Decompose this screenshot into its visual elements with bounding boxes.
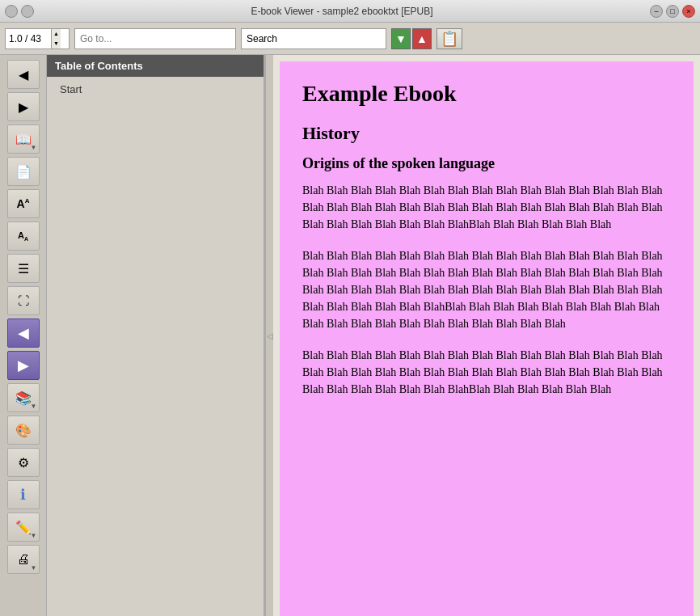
reference-button[interactable]: 📚 ▼: [7, 383, 40, 412]
paragraph-1: Blah Blah Blah Blah Blah Blah Blah Blah …: [302, 182, 671, 233]
copy-button[interactable]: 📄: [7, 157, 40, 186]
forward-icon: ▶: [19, 99, 28, 115]
print-icon: 🖨: [17, 552, 30, 567]
reference-icon: 📚: [15, 390, 32, 406]
layout-icon: ☰: [18, 261, 29, 276]
titlebar: E-book Viewer - sample2 ebooktxt [EPUB] …: [0, 0, 700, 23]
win-btn-2[interactable]: [21, 5, 34, 18]
collapse-handle[interactable]: ◁: [265, 55, 273, 616]
print-button[interactable]: 🖨 ▼: [7, 545, 40, 574]
history-forward-button[interactable]: ▶: [7, 351, 40, 380]
toc-header: Table of Contents: [47, 55, 264, 77]
close-btn[interactable]: ×: [682, 5, 695, 18]
paragraph-3: Blah Blah Blah Blah Blah Blah Blah Blah …: [302, 347, 671, 398]
brush-dropdown-icon: ▼: [31, 532, 37, 539]
history-back-button[interactable]: ◀: [7, 319, 40, 348]
toc-toggle-button[interactable]: 📋: [436, 28, 462, 49]
window-controls-right[interactable]: – □ ×: [650, 5, 695, 18]
layout-button[interactable]: ☰: [7, 254, 40, 283]
font-increase-icon: AA: [17, 197, 30, 210]
main-area: ◀ ▶ 📖 ▼ 📄 AA AA ☰ ⛶ ◀ ▶ 📚: [0, 55, 700, 616]
search-prev-button[interactable]: ▲: [412, 28, 432, 49]
content-area: Example Ebook History Origins of the spo…: [273, 55, 700, 616]
history-forward-icon: ▶: [18, 357, 29, 374]
book-section: Origins of the spoken language: [302, 155, 671, 172]
toc-item-start[interactable]: Start: [47, 80, 264, 99]
page-spinner[interactable]: ▲ ▼: [5, 28, 70, 49]
info-icon: ℹ: [20, 486, 26, 504]
minimize-btn[interactable]: –: [650, 5, 663, 18]
left-toolbar: ◀ ▶ 📖 ▼ 📄 AA AA ☰ ⛶ ◀ ▶ 📚: [0, 55, 47, 616]
maximize-btn[interactable]: □: [666, 5, 679, 18]
paragraph-2: Blah Blah Blah Blah Blah Blah Blah Blah …: [302, 247, 671, 332]
page-input[interactable]: [6, 29, 51, 49]
spin-up[interactable]: ▲: [52, 29, 61, 39]
palette-button[interactable]: 🎨: [7, 416, 40, 445]
collapse-icon: ◁: [267, 331, 273, 340]
title-text: E-book Viewer - sample2 ebooktxt [EPUB]: [34, 6, 650, 17]
palette-icon: 🎨: [15, 423, 32, 438]
toolbar: ▲ ▼ ▼ ▲ 📋: [0, 23, 700, 55]
book-title: Example Ebook: [302, 81, 671, 107]
fullscreen-button[interactable]: ⛶: [7, 286, 40, 315]
font-increase-button[interactable]: AA: [7, 189, 40, 218]
gear-icon: ⚙: [18, 455, 29, 470]
fullscreen-icon: ⛶: [18, 294, 29, 307]
spin-buttons[interactable]: ▲ ▼: [51, 29, 61, 49]
content-scroll[interactable]: Example Ebook History Origins of the spo…: [273, 55, 700, 616]
info-button[interactable]: ℹ: [7, 480, 40, 509]
settings-button[interactable]: ⚙: [7, 448, 40, 477]
goto-input[interactable]: [74, 28, 236, 49]
book-chapter: History: [302, 123, 671, 144]
back-icon: ◀: [19, 67, 28, 82]
search-navigation: ▼ ▲: [391, 28, 432, 49]
spin-down[interactable]: ▼: [52, 39, 61, 49]
bookmark-icon: 📖: [15, 132, 32, 147]
window-controls[interactable]: [5, 5, 34, 18]
sidebar: Table of Contents Start: [47, 55, 265, 616]
search-input[interactable]: [241, 28, 386, 49]
forward-button[interactable]: ▶: [7, 92, 40, 121]
history-back-icon: ◀: [18, 324, 29, 342]
copy-icon: 📄: [15, 164, 32, 179]
brush-button[interactable]: ✏️ ▼: [7, 513, 40, 542]
dropdown-arrow-icon: ▼: [31, 144, 37, 151]
win-btn-1[interactable]: [5, 5, 18, 18]
search-next-button[interactable]: ▼: [391, 28, 411, 49]
ref-dropdown-icon: ▼: [31, 403, 37, 410]
toc-list: Start: [47, 77, 264, 616]
back-button[interactable]: ◀: [7, 60, 40, 89]
book-page: Example Ebook History Origins of the spo…: [280, 61, 694, 616]
brush-icon: ✏️: [15, 520, 32, 535]
font-decrease-button[interactable]: AA: [7, 222, 40, 251]
bookmark-button[interactable]: 📖 ▼: [7, 124, 40, 154]
print-dropdown-icon: ▼: [31, 564, 37, 572]
font-decrease-icon: AA: [18, 230, 28, 242]
